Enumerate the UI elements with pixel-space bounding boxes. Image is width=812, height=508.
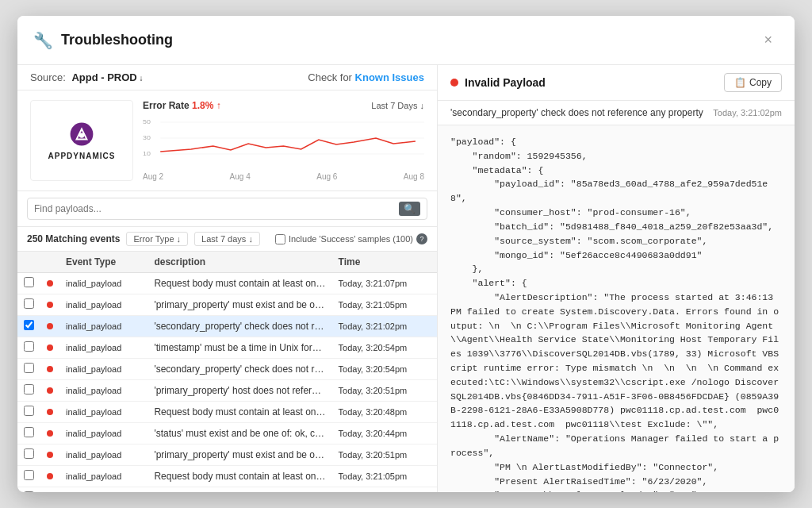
copy-label: Copy xyxy=(749,77,772,88)
close-button[interactable]: × xyxy=(757,29,779,52)
source-bar: Source: Appd - PROD Check for Known Issu… xyxy=(17,65,437,90)
row-checkbox[interactable] xyxy=(17,423,40,444)
copy-button[interactable]: 📋 Copy xyxy=(724,73,782,92)
row-time: Today, 3:20:48pm xyxy=(332,402,437,423)
row-dot xyxy=(40,294,59,316)
table-row[interactable]: inalid_payload Request body must contain… xyxy=(17,402,437,423)
payload-indicator xyxy=(450,79,458,87)
row-dot xyxy=(40,316,59,337)
row-description: Request body must contain at least one a… xyxy=(147,273,331,294)
row-checkbox[interactable] xyxy=(17,402,40,423)
search-toolbar: 🔍 xyxy=(17,191,437,227)
svg-text:50: 50 xyxy=(143,117,151,125)
row-description: Request body must contain at least one a… xyxy=(147,466,331,487)
right-header: Invalid Payload 📋 Copy xyxy=(438,65,795,101)
row-time: Today, 3:21:02pm xyxy=(332,316,437,337)
row-event-type: inalid_payload xyxy=(59,316,147,337)
table-row[interactable]: inalid_payload Request body must contain… xyxy=(17,273,437,294)
row-checkbox[interactable] xyxy=(17,380,40,402)
table-row[interactable]: inalid_payload 'timestamp' must be a tim… xyxy=(17,337,437,359)
table-row[interactable]: inalid_payload 'primary_property' must e… xyxy=(17,444,437,466)
time-filter[interactable]: Last 7 days xyxy=(194,232,260,246)
check-time: Today, 3:21:02pm xyxy=(713,108,782,117)
row-checkbox[interactable] xyxy=(17,444,40,466)
known-issues-link[interactable]: Known Issues xyxy=(355,71,424,83)
row-checkbox[interactable] xyxy=(17,337,40,359)
row-dot xyxy=(40,402,59,423)
help-icon[interactable]: ? xyxy=(416,233,427,244)
filters-row: 250 Matching events Error Type Last 7 da… xyxy=(17,227,437,252)
row-dot xyxy=(40,380,59,402)
search-input[interactable] xyxy=(34,203,399,214)
row-time: Today, 3:21:07pm xyxy=(332,487,437,493)
source-value[interactable]: Appd - PROD xyxy=(71,71,143,83)
row-checkbox[interactable] xyxy=(17,316,40,337)
date-3: Aug 6 xyxy=(316,172,337,181)
table-row[interactable]: inalid_payload 'secondary_property' chec… xyxy=(17,316,437,337)
row-description: 'primary_property' must exist and be one… xyxy=(147,294,331,316)
row-dot xyxy=(40,487,59,493)
row-checkbox[interactable] xyxy=(17,466,40,487)
chart-header: Error Rate 1.8% ↑ Last 7 Days xyxy=(143,100,424,111)
payload-title: Invalid Payload xyxy=(465,76,718,89)
payload-json: "payload": { "random": 1592945356, "meta… xyxy=(438,125,795,492)
search-box[interactable]: 🔍 xyxy=(27,198,427,220)
modal-header: 🔧 Troubleshooting × xyxy=(17,16,795,65)
include-success-checkbox[interactable] xyxy=(275,234,285,244)
appdynamics-icon xyxy=(69,121,94,147)
include-success-label: Include 'Success' samples (100) xyxy=(289,234,413,244)
row-dot xyxy=(40,444,59,466)
date-4: Aug 8 xyxy=(404,172,424,181)
row-checkbox[interactable] xyxy=(17,273,40,294)
table-row[interactable]: inalid_payload 'secondary_property' chec… xyxy=(17,359,437,380)
date-1: Aug 2 xyxy=(143,172,163,181)
modal-title: Troubleshooting xyxy=(61,32,757,48)
row-description: 'timestamp' must be a time in Unix forma… xyxy=(147,487,331,493)
row-dot xyxy=(40,359,59,380)
row-checkbox[interactable] xyxy=(17,359,40,380)
wrench-icon: 🔧 xyxy=(33,31,53,50)
appdynamics-logo: APPDYNAMICS xyxy=(48,121,116,160)
chart-dates: Aug 2 Aug 4 Aug 6 Aug 8 xyxy=(143,172,424,181)
row-checkbox[interactable] xyxy=(17,294,40,316)
row-time: Today, 3:20:51pm xyxy=(332,380,437,402)
row-event-type: inalid_payload xyxy=(59,444,147,466)
row-time: Today, 3:21:05pm xyxy=(332,466,437,487)
row-event-type: inalid_payload xyxy=(59,466,147,487)
table-row[interactable]: inalid_payload 'status' must exist and b… xyxy=(17,423,437,444)
date-2: Aug 4 xyxy=(230,172,251,181)
copy-icon: 📋 xyxy=(734,77,746,88)
table-row[interactable]: inalid_payload 'primary_property' host d… xyxy=(17,380,437,402)
row-dot xyxy=(40,466,59,487)
right-panel: Invalid Payload 📋 Copy 'secondary_proper… xyxy=(438,65,795,492)
chart-arrow: ↑ xyxy=(216,100,221,111)
svg-text:30: 30 xyxy=(143,133,151,140)
table-row[interactable]: inalid_payload 'timestamp' must be a tim… xyxy=(17,487,437,493)
events-table: Event Type description Time inalid_paylo… xyxy=(17,252,437,492)
row-dot xyxy=(40,337,59,359)
left-panel: Source: Appd - PROD Check for Known Issu… xyxy=(17,65,438,492)
search-button[interactable]: 🔍 xyxy=(399,202,420,216)
app-logo: APPDYNAMICS xyxy=(30,100,133,181)
table-row[interactable]: inalid_payload Request body must contain… xyxy=(17,466,437,487)
right-subheader: 'secondary_property' check does not refe… xyxy=(438,101,795,125)
check-for-area: Check for Known Issues xyxy=(308,71,424,83)
table-row[interactable]: inalid_payload 'primary_property' must e… xyxy=(17,294,437,316)
source-info: Source: Appd - PROD xyxy=(30,71,144,83)
error-type-filter[interactable]: Error Type xyxy=(126,232,188,246)
row-event-type: inalid_payload xyxy=(59,380,147,402)
col-time: Time xyxy=(332,252,437,273)
row-dot xyxy=(40,423,59,444)
svg-point-1 xyxy=(79,133,84,137)
check-description: 'secondary_property' check does not refe… xyxy=(450,107,703,118)
row-event-type: inalid_payload xyxy=(59,402,147,423)
row-event-type: inalid_payload xyxy=(59,294,147,316)
chart-timerange[interactable]: Last 7 Days xyxy=(371,101,424,110)
check-for-label: Check for xyxy=(308,71,352,83)
row-event-type: inalid_payload xyxy=(59,337,147,359)
row-checkbox[interactable] xyxy=(17,487,40,493)
troubleshooting-modal: 🔧 Troubleshooting × Source: Appd - PROD … xyxy=(17,16,795,492)
col-event-type: Event Type xyxy=(59,252,147,273)
row-time: Today, 3:20:44pm xyxy=(332,423,437,444)
row-event-type: inalid_payload xyxy=(59,273,147,294)
